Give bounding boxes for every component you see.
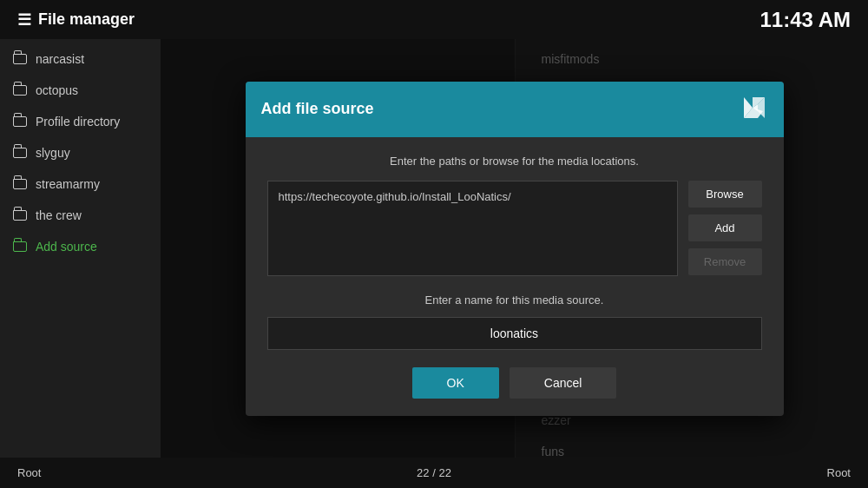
- folder-icon: [13, 148, 27, 158]
- sidebar: narcasist octopus Profile directory slyg…: [0, 39, 161, 458]
- ok-button[interactable]: OK: [412, 367, 499, 399]
- footer-left: Root: [17, 466, 41, 479]
- content-area: misfitmods ezzer funs Add file source: [161, 39, 868, 458]
- sidebar-item-label: streamarmy: [36, 177, 100, 191]
- url-list[interactable]: https://techecoyote.github.io/Install_Lo…: [267, 181, 678, 276]
- sidebar-item-label: Add source: [36, 240, 97, 254]
- name-instruction: Enter a name for this media source.: [267, 293, 762, 307]
- add-button[interactable]: Add: [688, 214, 762, 241]
- url-item: https://techecoyote.github.io/Install_Lo…: [279, 190, 667, 203]
- folder-icon: [13, 210, 27, 221]
- footer: Root 22 / 22 Root: [0, 458, 868, 488]
- add-file-source-dialog: Add file source Enter th: [246, 82, 784, 416]
- dialog-instruction: Enter the paths or browse for the media …: [267, 155, 762, 168]
- folder-icon: [13, 54, 27, 64]
- sidebar-item-label: the crew: [36, 208, 82, 222]
- sidebar-item-streamarmy[interactable]: streamarmy: [0, 168, 161, 200]
- sidebar-item-label: octopus: [36, 83, 78, 97]
- url-buttons: Browse Add Remove: [688, 181, 762, 276]
- folder-icon: [13, 85, 27, 96]
- sidebar-item-narcasist[interactable]: narcasist: [0, 43, 161, 75]
- remove-button[interactable]: Remove: [688, 248, 762, 275]
- sidebar-item-label: narcasist: [36, 52, 84, 66]
- sidebar-item-the-crew[interactable]: the crew: [0, 200, 161, 231]
- menu-icon: ☰: [17, 10, 31, 30]
- cancel-button[interactable]: Cancel: [510, 367, 617, 399]
- dialog-title: Add file source: [261, 100, 374, 118]
- sidebar-item-octopus[interactable]: octopus: [0, 75, 161, 106]
- kodi-logo: [740, 94, 768, 125]
- sidebar-item-add-source[interactable]: Add source: [0, 231, 161, 262]
- folder-icon: [13, 116, 27, 127]
- app-title: ☰ File manager: [17, 10, 135, 30]
- name-input[interactable]: [267, 317, 762, 350]
- sidebar-item-profile-directory[interactable]: Profile directory: [0, 106, 161, 137]
- sidebar-item-label: Profile directory: [36, 115, 120, 129]
- main-layout: narcasist octopus Profile directory slyg…: [0, 39, 868, 458]
- dialog-overlay: Add file source Enter th: [161, 39, 868, 458]
- clock: 11:43 AM: [760, 8, 851, 32]
- folder-icon: [13, 241, 27, 252]
- dialog-actions: OK Cancel: [267, 367, 762, 399]
- sidebar-item-slyguy[interactable]: slyguy: [0, 137, 161, 168]
- title-text: File manager: [38, 10, 135, 29]
- dialog-header: Add file source: [246, 82, 784, 137]
- header: ☰ File manager 11:43 AM: [0, 0, 868, 39]
- dialog-body: Enter the paths or browse for the media …: [246, 137, 784, 416]
- footer-right: Root: [827, 466, 851, 479]
- sidebar-item-label: slyguy: [36, 146, 70, 160]
- browse-button[interactable]: Browse: [688, 181, 762, 208]
- footer-center: 22 / 22: [417, 466, 451, 479]
- url-area: https://techecoyote.github.io/Install_Lo…: [267, 181, 762, 276]
- folder-icon: [13, 179, 27, 189]
